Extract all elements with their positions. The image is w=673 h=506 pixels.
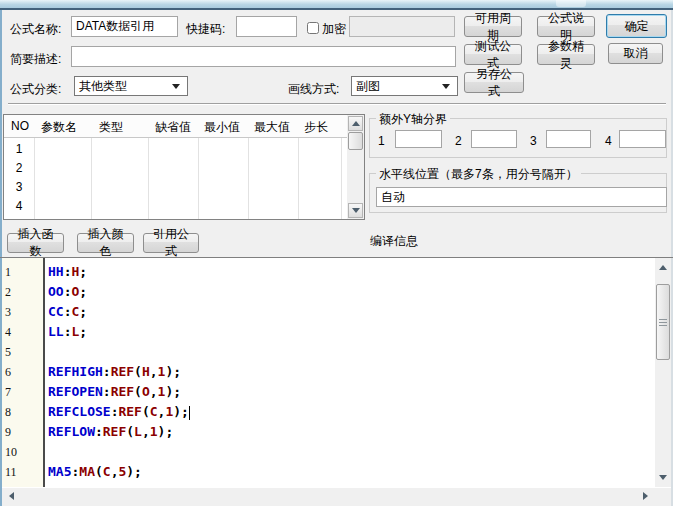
triangle-up-icon bbox=[659, 265, 667, 270]
drawmode-label: 画线方式: bbox=[288, 81, 339, 98]
hline-position-input[interactable] bbox=[376, 187, 667, 207]
section-separator bbox=[8, 103, 666, 105]
code-line[interactable] bbox=[48, 442, 651, 462]
code-token: : bbox=[95, 424, 103, 439]
code-line[interactable]: REFOPEN:REF(O,1); bbox=[48, 382, 651, 402]
cancel-button[interactable]: 取消 bbox=[608, 43, 663, 64]
scroll-up-button[interactable] bbox=[655, 260, 671, 275]
thumb-grip bbox=[659, 319, 667, 326]
ok-button[interactable]: 确定 bbox=[606, 14, 667, 38]
formula-name-input[interactable] bbox=[71, 16, 178, 37]
scroll-up-button[interactable] bbox=[348, 116, 363, 131]
scroll-down-button[interactable] bbox=[348, 203, 363, 218]
code-line[interactable]: CC:C; bbox=[48, 302, 651, 322]
scrollbar-thumb[interactable] bbox=[348, 132, 363, 150]
code-lines[interactable]: HH:H;OO:O;CC:C;LL:L;REFHIGH:REF(H,1);REF… bbox=[48, 262, 651, 482]
code-token: H bbox=[142, 364, 150, 379]
code-token: OO bbox=[48, 284, 64, 299]
code-token: ; bbox=[79, 284, 87, 299]
line-number: 9 bbox=[2, 422, 43, 442]
code-token: ; bbox=[79, 264, 87, 279]
code-token: REF bbox=[118, 404, 141, 419]
header-max[interactable]: 最大值 bbox=[254, 119, 290, 136]
code-token: ( bbox=[134, 384, 142, 399]
y-axis-input-3[interactable] bbox=[546, 130, 591, 148]
line-number: 5 bbox=[2, 342, 43, 362]
table-row[interactable]: 3 bbox=[4, 180, 34, 194]
code-token: ; bbox=[134, 464, 142, 479]
code-token: ; bbox=[79, 324, 87, 339]
chevron-down-icon bbox=[172, 84, 180, 89]
y-axis-input-2[interactable] bbox=[471, 130, 517, 148]
code-token: MA bbox=[79, 464, 95, 479]
editor-hscrollbar[interactable] bbox=[2, 488, 655, 504]
encrypt-label: 加密 bbox=[322, 21, 346, 38]
code-token: , bbox=[150, 364, 158, 379]
drawmode-combobox[interactable]: 副图 bbox=[351, 76, 458, 96]
table-row[interactable]: 1 bbox=[4, 142, 34, 156]
code-token: REF bbox=[111, 364, 134, 379]
line-number: 4 bbox=[2, 322, 43, 342]
header-no[interactable]: NO bbox=[11, 119, 29, 133]
name-label: 公式名称: bbox=[10, 21, 61, 38]
line-number: 3 bbox=[2, 302, 43, 322]
code-token: : bbox=[103, 364, 111, 379]
usable-period-button[interactable]: 可用周期 bbox=[464, 16, 522, 37]
code-line[interactable]: REFCLOSE:REF(C,1); bbox=[48, 402, 651, 422]
code-token: ) bbox=[173, 404, 181, 419]
code-token: REFLOW bbox=[48, 424, 95, 439]
line-number: 1 bbox=[2, 262, 43, 282]
code-line[interactable] bbox=[48, 342, 651, 362]
table-row[interactable]: 4 bbox=[4, 199, 34, 213]
insert-color-button[interactable]: 插入颜色 bbox=[77, 233, 134, 253]
encrypt-checkbox[interactable] bbox=[307, 22, 319, 34]
header-type[interactable]: 类型 bbox=[99, 119, 123, 136]
code-editor[interactable]: 1234567891011 HH:H;OO:O;CC:C;LL:L;REFHIG… bbox=[2, 258, 671, 504]
line-number: 6 bbox=[2, 362, 43, 382]
insert-function-button[interactable]: 插入函数 bbox=[7, 233, 64, 253]
code-line[interactable]: OO:O; bbox=[48, 282, 651, 302]
y-axis-input-4[interactable] bbox=[619, 130, 666, 148]
description-input[interactable] bbox=[71, 46, 456, 67]
header-min[interactable]: 最小值 bbox=[204, 119, 240, 136]
y-axis-input-1[interactable] bbox=[395, 130, 442, 148]
scroll-left-button[interactable] bbox=[4, 488, 19, 504]
code-token: ; bbox=[79, 304, 87, 319]
code-token: CC bbox=[48, 304, 64, 319]
ref-formula-button[interactable]: 引用公式 bbox=[143, 233, 199, 253]
description-label: 简要描述: bbox=[10, 51, 61, 68]
code-line[interactable]: REFLOW:REF(L,1); bbox=[48, 422, 651, 442]
code-line[interactable]: HH:H; bbox=[48, 262, 651, 282]
y-axis-group-title: 额外Y轴分界 bbox=[376, 111, 450, 128]
table-header: NO 参数名 类型 缺省值 最小值 最大值 步长 bbox=[4, 115, 364, 138]
shortcut-input[interactable] bbox=[236, 16, 297, 37]
table-scrollbar[interactable] bbox=[347, 115, 364, 219]
header-name[interactable]: 参数名 bbox=[41, 119, 77, 136]
code-token: HH bbox=[48, 264, 64, 279]
save-as-button[interactable]: 另存公式 bbox=[464, 72, 524, 93]
code-token: LL bbox=[48, 324, 64, 339]
formula-editor-dialog: 公式名称: 快捷码: 加密 可用周期 公式说明 确定 简要描述: 测试公式 参数… bbox=[0, 0, 673, 506]
scrollbar-corner bbox=[655, 488, 671, 504]
header-step[interactable]: 步长 bbox=[304, 119, 328, 136]
triangle-left-icon bbox=[9, 492, 14, 500]
y-axis-field-label: 1 bbox=[378, 134, 385, 148]
param-wizard-button[interactable]: 参数精灵 bbox=[537, 44, 595, 65]
scroll-down-button[interactable] bbox=[655, 470, 671, 485]
code-line[interactable]: MA5:MA(C,5); bbox=[48, 462, 651, 482]
code-token: C bbox=[103, 464, 111, 479]
line-number: 8 bbox=[2, 402, 43, 422]
code-token: REF bbox=[103, 424, 126, 439]
editor-vscrollbar[interactable] bbox=[655, 258, 671, 487]
header-default[interactable]: 缺省值 bbox=[155, 119, 191, 136]
scrollbar-thumb[interactable] bbox=[656, 284, 670, 360]
scroll-right-button[interactable] bbox=[638, 488, 653, 504]
code-line[interactable]: LL:L; bbox=[48, 322, 651, 342]
table-row[interactable]: 2 bbox=[4, 161, 34, 175]
formula-help-button[interactable]: 公式说明 bbox=[537, 16, 595, 37]
drawmode-value: 副图 bbox=[356, 78, 442, 95]
test-formula-button[interactable]: 测试公式 bbox=[464, 44, 522, 65]
code-token: ; bbox=[165, 424, 173, 439]
code-line[interactable]: REFHIGH:REF(H,1); bbox=[48, 362, 651, 382]
category-combobox[interactable]: 其他类型 bbox=[74, 76, 188, 96]
